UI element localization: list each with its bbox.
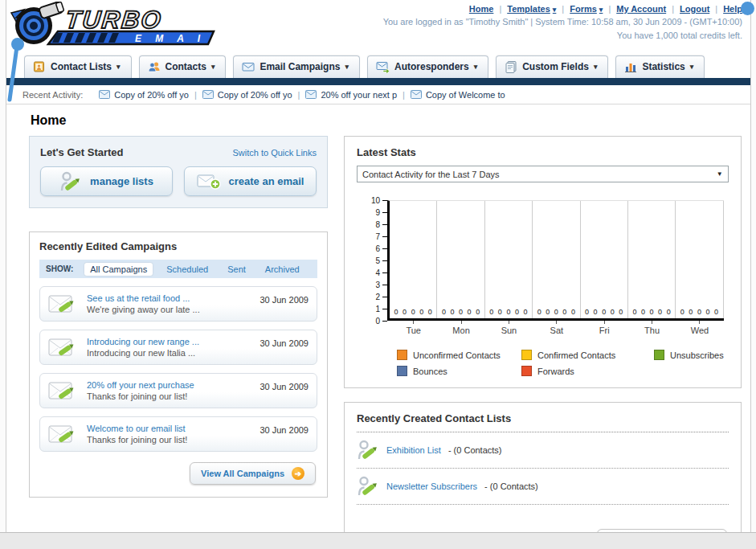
campaign-title-link[interactable]: Welcome to our email list xyxy=(87,424,187,433)
contact-list-link[interactable]: Exhibition List xyxy=(386,445,441,455)
navy-divider-bar xyxy=(6,78,750,85)
header: TURBO E M A I L Home | Templates▾ | Form… xyxy=(6,0,750,53)
login-info-line2: You have 1,000 total credits left. xyxy=(383,30,742,41)
campaign-card[interactable]: Introducing our new range ... Introducin… xyxy=(39,330,317,365)
tab-autoresponders[interactable]: Autoresponders ▾ xyxy=(367,55,488,78)
separator: | xyxy=(608,4,611,14)
contact-list-item[interactable]: Newsletter Subscribers - (0 Contacts) xyxy=(357,469,729,505)
button-manage-lists[interactable]: manage lists xyxy=(40,166,173,196)
corner-balloon-icon[interactable] xyxy=(741,2,754,15)
stats-dropdown[interactable]: Contact Activity for the Last 7 Days ▼ xyxy=(357,166,729,182)
envelope-pencil-icon xyxy=(48,292,79,316)
x-tick-label: Wed xyxy=(676,321,723,335)
chart-day-group: 00000 xyxy=(676,201,723,318)
chevron-down-icon: ▼ xyxy=(717,170,723,178)
link-forms[interactable]: Forms▾ xyxy=(570,4,603,14)
activity-item-copy-of-20-off-yo[interactable]: Copy of 20% off yo xyxy=(99,90,189,100)
recent-activity-label: Recent Activity: xyxy=(22,90,83,100)
envelope-pencil-icon xyxy=(48,335,79,359)
tab-email-campaigns[interactable]: Email Campaigns ▾ xyxy=(233,55,360,78)
contact-count: - (0 Contacts) xyxy=(484,481,538,491)
show-label: SHOW: xyxy=(46,264,73,273)
chart-legend: Unconfirmed Contacts Confirmed Contacts … xyxy=(397,350,724,376)
campaign-title-link[interactable]: 20% off your next purchase xyxy=(87,380,194,390)
campaign-date: 30 Jun 2009 xyxy=(259,334,309,348)
left-column: Let's Get Started Switch to Quick Links … xyxy=(29,136,328,498)
main-nav-tabs: Contact Lists ▾ Contacts ▾ Email Campaig… xyxy=(6,53,750,78)
chart-day-group: 00000 xyxy=(485,201,533,318)
bar-chart-icon xyxy=(624,60,637,73)
separator: | xyxy=(715,4,717,14)
link-my-account[interactable]: My Account xyxy=(616,4,666,14)
chart-x-axis: TueMonSunSatFriThuWed xyxy=(390,321,724,335)
campaign-card[interactable]: 20% off your next purchase Thanks for jo… xyxy=(39,373,317,408)
contact-list-link[interactable]: Newsletter Subscribers xyxy=(386,481,477,491)
campaign-date: 30 Jun 2009 xyxy=(259,291,309,305)
campaign-title-link[interactable]: Introducing our new range ... xyxy=(87,337,199,346)
person-pencil-icon xyxy=(357,439,379,461)
separator: | xyxy=(403,90,405,100)
svg-text:TURBO: TURBO xyxy=(64,6,164,34)
tab-contact-lists[interactable]: Contact Lists ▾ xyxy=(24,55,132,78)
person-pencil-icon xyxy=(357,475,379,498)
contact-count: - (0 Contacts) xyxy=(448,445,502,455)
chevron-down-icon: ▾ xyxy=(553,6,557,14)
activity-item-copy-of-20-off-yo[interactable]: Copy of 20% off yo xyxy=(202,90,292,100)
envelope-icon xyxy=(202,90,214,99)
separator: | xyxy=(499,4,501,14)
activity-item-20-off-your-next-p[interactable]: 20% off your next p xyxy=(305,90,397,100)
x-tick-label: Sat xyxy=(533,321,580,335)
envelope-pencil-icon xyxy=(48,379,79,403)
campaign-subtitle: Thanks for joining our list! xyxy=(87,435,187,445)
campaign-list: See us at the retail food ... We're givi… xyxy=(39,286,317,452)
recent-activity-bar: Recent Activity: Copy of 20% off yo | Co… xyxy=(6,85,750,104)
filter-archived[interactable]: Archived xyxy=(259,263,305,276)
envelope-icon xyxy=(305,90,317,99)
link-home[interactable]: Home xyxy=(469,4,494,14)
tab-contacts[interactable]: Contacts ▾ xyxy=(139,55,227,78)
x-tick-label: Fri xyxy=(581,321,628,335)
campaign-card[interactable]: Welcome to our email list Thanks for joi… xyxy=(39,416,317,452)
tab-statistics[interactable]: Statistics ▾ xyxy=(615,55,705,78)
x-tick-label: Mon xyxy=(437,321,484,335)
chevron-down-icon: ▾ xyxy=(690,63,694,71)
right-column: Latest Stats Contact Activity for the La… xyxy=(344,136,742,549)
link-help[interactable]: Help xyxy=(723,4,742,14)
filter-scheduled[interactable]: Scheduled xyxy=(161,263,214,276)
chevron-down-icon: ▾ xyxy=(599,6,603,14)
chart-day-group: 00000 xyxy=(437,201,484,318)
contact-list-item[interactable]: Exhibition List - (0 Contacts) xyxy=(357,432,729,469)
get-started-panel: Let's Get Started Switch to Quick Links … xyxy=(29,136,328,208)
address-book-icon xyxy=(33,60,46,73)
filter-all-campaigns[interactable]: All Campaigns xyxy=(84,263,153,276)
people-icon xyxy=(148,60,161,73)
switch-to-quick-links[interactable]: Switch to Quick Links xyxy=(232,148,317,158)
campaign-title-link[interactable]: See us at the retail food ... xyxy=(87,293,200,303)
button-create-an-email[interactable]: create an email xyxy=(184,166,317,196)
separator: | xyxy=(298,90,300,100)
separator: | xyxy=(194,90,197,100)
envelope-icon xyxy=(411,90,422,99)
tab-custom-fields[interactable]: Custom Fields ▾ xyxy=(496,55,608,78)
link-logout[interactable]: Logout xyxy=(680,4,709,14)
campaign-subtitle: Thanks for joining our list! xyxy=(87,391,194,401)
campaign-subtitle: We're giving away our late ... xyxy=(87,305,200,314)
logo-email-text: E M A I L xyxy=(135,33,225,44)
campaign-date: 30 Jun 2009 xyxy=(259,421,309,435)
filter-sent[interactable]: Sent xyxy=(222,263,251,276)
link-templates[interactable]: Templates▾ xyxy=(507,4,556,14)
activity-item-copy-of-welcome-to[interactable]: Copy of Welcome to xyxy=(411,90,505,100)
legend-item: Unsubscribes xyxy=(654,350,724,360)
page-title: Home xyxy=(31,113,750,128)
envelope-icon xyxy=(242,60,255,73)
chevron-down-icon: ▾ xyxy=(116,63,121,71)
legend-swatch xyxy=(397,350,407,360)
chevron-down-icon: ▾ xyxy=(474,63,478,71)
chevron-down-icon: ▾ xyxy=(594,63,598,71)
chart-day-group: 00000 xyxy=(581,201,628,318)
latest-stats-panel: Latest Stats Contact Activity for the La… xyxy=(344,136,742,388)
arrow-circle-icon: ➔ xyxy=(292,467,304,480)
contact-lists-title: Recently Created Contact Lists xyxy=(357,412,729,424)
campaign-card[interactable]: See us at the retail food ... We're givi… xyxy=(39,286,317,322)
view-all-campaigns-button[interactable]: View All Campaigns ➔ xyxy=(190,462,316,485)
